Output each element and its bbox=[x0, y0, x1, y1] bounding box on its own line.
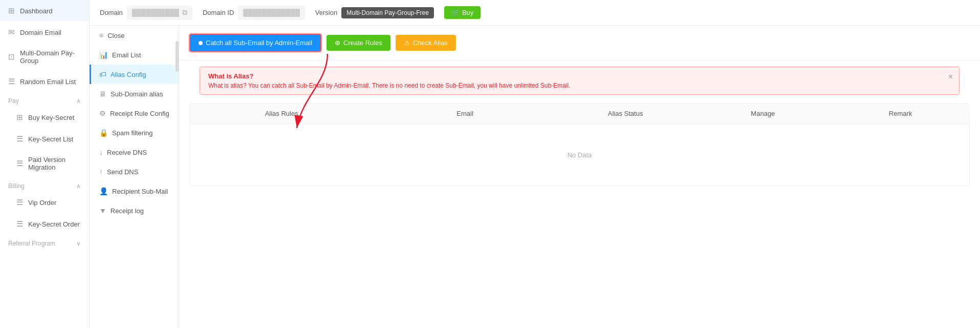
col-email: Email bbox=[373, 104, 556, 124]
no-data-text: No Data bbox=[568, 151, 592, 159]
col-alias-status: Alias Status bbox=[557, 104, 694, 124]
key-secret-icon: ☰ bbox=[16, 134, 23, 144]
second-sidebar-item-spam[interactable]: 🔒 Spam filtering bbox=[90, 123, 179, 142]
info-banner: What is Alias? What is alias? You can ca… bbox=[200, 67, 960, 95]
spam-icon: 🔒 bbox=[99, 129, 108, 137]
receipt-rule-icon: ⚙ bbox=[99, 109, 106, 117]
sidebar-item-random-email[interactable]: ☰ Random Email List bbox=[0, 71, 89, 92]
check-alias-button[interactable]: ⚠ Check Alias bbox=[396, 35, 456, 51]
warning-icon: ⚠ bbox=[404, 39, 410, 47]
second-sidebar-item-receive-dns[interactable]: ↓ Receive DNS bbox=[90, 142, 179, 162]
second-sidebar-item-receipt-rule[interactable]: ⚙ Receipt Rule Config bbox=[90, 104, 179, 123]
sidebar-item-buy-key-secret[interactable]: ⊞ Buy Key-Secret bbox=[0, 107, 89, 128]
second-sidebar-item-sub-domain[interactable]: 🖥 Sub-Domain alias bbox=[90, 84, 179, 104]
version-label: Version bbox=[315, 9, 337, 16]
info-banner-wrapper: What is Alias? What is alias? You can ca… bbox=[179, 60, 980, 95]
sidebar-item-multi-domain[interactable]: ⊡ Multi-Domain Pay-Group bbox=[0, 43, 89, 71]
second-sidebar-item-email-list[interactable]: 📊 Email List bbox=[90, 45, 179, 65]
col-remark: Remark bbox=[832, 104, 969, 124]
sidebar-item-vip-order[interactable]: ☰ Vip Order bbox=[0, 192, 89, 213]
sidebar-section-billing[interactable]: Billing ∧ bbox=[0, 177, 89, 192]
plus-icon: ⊕ bbox=[335, 39, 340, 47]
sidebar-section-pay[interactable]: Pay ∧ bbox=[0, 92, 89, 107]
content-wrapper: ≡ Close 📊 Email List 🏷 Alias Config 🖥 Su… bbox=[90, 26, 980, 328]
copy-icon[interactable]: ⧉ bbox=[182, 8, 187, 17]
second-sidebar-item-close[interactable]: ≡ Close bbox=[90, 26, 179, 45]
second-sidebar: ≡ Close 📊 Email List 🏷 Alias Config 🖥 Su… bbox=[90, 26, 179, 328]
dashboard-icon: ⊞ bbox=[8, 6, 15, 15]
sidebar-item-dashboard[interactable]: ⊞ Dashboard bbox=[0, 0, 89, 22]
col-manage: Manage bbox=[694, 104, 832, 124]
send-dns-icon: ↑ bbox=[99, 168, 103, 176]
multi-domain-icon: ⊡ bbox=[8, 52, 15, 61]
buy-button[interactable]: 🛒 Buy bbox=[444, 6, 481, 19]
second-sidebar-item-receipt-log[interactable]: ▼ Receipt log bbox=[90, 201, 179, 220]
key-secret-order-icon: ☰ bbox=[16, 219, 23, 229]
sidebar-item-key-secret-list[interactable]: ☰ Key-Secret List bbox=[0, 128, 89, 150]
close-sidebar-icon: ≡ bbox=[99, 31, 103, 39]
receive-dns-icon: ↓ bbox=[99, 148, 103, 156]
version-badge: Multi-Domain Pay-Group-Free bbox=[341, 7, 434, 18]
domain-field: Domain ██████████ ⧉ bbox=[100, 6, 192, 20]
version-field: Version Multi-Domain Pay-Group-Free bbox=[315, 7, 434, 18]
chevron-down-referral-icon: ∨ bbox=[76, 240, 81, 247]
chevron-up-icon: ∧ bbox=[76, 97, 81, 105]
domain-value: ██████████ ⧉ bbox=[127, 6, 192, 20]
sidebar-section-referral[interactable]: Referral Program ∨ bbox=[0, 235, 89, 249]
second-sidebar-item-send-dns[interactable]: ↑ Send DNS bbox=[90, 162, 179, 181]
close-banner-button[interactable]: × bbox=[948, 72, 953, 81]
left-sidebar: ⊞ Dashboard ✉ Domain Email ⊡ Multi-Domai… bbox=[0, 0, 90, 328]
domain-id-value: ████████████ bbox=[238, 6, 305, 20]
catch-all-subemail-button[interactable]: Catch all Sub-Email by Admin-Email bbox=[189, 34, 321, 52]
chevron-up-billing-icon: ∧ bbox=[76, 182, 81, 190]
scrollbar[interactable] bbox=[176, 41, 179, 72]
table-body: No Data bbox=[190, 124, 969, 186]
info-banner-title: What is Alias? bbox=[208, 72, 951, 80]
paid-version-icon: ☰ bbox=[16, 159, 23, 168]
sub-domain-icon: 🖥 bbox=[99, 90, 106, 98]
random-email-icon: ☰ bbox=[8, 77, 15, 86]
second-sidebar-item-recipient[interactable]: 👤 Recipient Sub-Mail bbox=[90, 181, 179, 201]
info-banner-text: What is alias? You can catch all Sub-Ema… bbox=[208, 82, 951, 89]
sidebar-item-domain-email[interactable]: ✉ Domain Email bbox=[0, 22, 89, 43]
table-header: Alias Rules Email Alias Status Manage Re… bbox=[190, 104, 969, 124]
action-bar: Catch all Sub-Email by Admin-Email ⊕ Cre… bbox=[179, 26, 980, 60]
top-header: Domain ██████████ ⧉ Domain ID ██████████… bbox=[90, 0, 980, 26]
recipient-icon: 👤 bbox=[99, 187, 108, 195]
buy-key-icon: ⊞ bbox=[16, 113, 23, 122]
sidebar-item-key-secret-order[interactable]: ☰ Key-Secret Order bbox=[0, 213, 89, 235]
second-sidebar-item-alias-config[interactable]: 🏷 Alias Config bbox=[90, 65, 179, 84]
data-table: Alias Rules Email Alias Status Manage Re… bbox=[189, 103, 970, 186]
page-content: Catch all Sub-Email by Admin-Email ⊕ Cre… bbox=[179, 26, 980, 328]
vip-order-icon: ☰ bbox=[16, 198, 23, 207]
domain-label: Domain bbox=[100, 9, 123, 16]
alias-config-icon: 🏷 bbox=[99, 70, 106, 78]
sidebar-item-paid-version[interactable]: ☰ Paid Version Migration bbox=[0, 150, 89, 177]
buy-icon: 🛒 bbox=[451, 9, 460, 16]
receipt-log-icon: ▼ bbox=[99, 207, 106, 215]
email-list-icon: 📊 bbox=[99, 51, 108, 59]
main-area: Domain ██████████ ⧉ Domain ID ██████████… bbox=[90, 0, 980, 328]
domain-id-field: Domain ID ████████████ bbox=[203, 6, 305, 20]
email-icon: ✉ bbox=[8, 28, 15, 37]
circle-dot-icon bbox=[199, 41, 203, 45]
domain-id-label: Domain ID bbox=[203, 9, 234, 16]
create-rules-button[interactable]: ⊕ Create Rules bbox=[326, 35, 390, 51]
col-alias-rules: Alias Rules bbox=[190, 104, 373, 124]
